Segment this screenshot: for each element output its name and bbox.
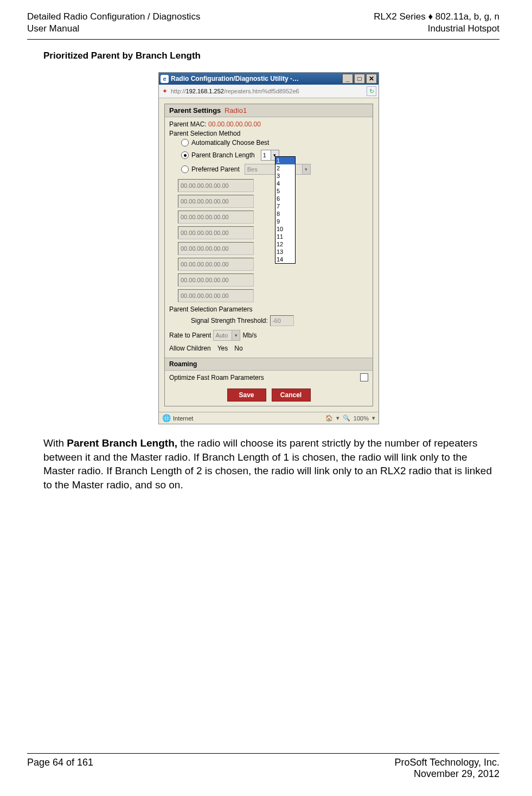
allow-no-label: No (234, 345, 242, 352)
radio-branch[interactable] (181, 151, 189, 159)
selection-params-label: Parent Selection Parameters (169, 305, 368, 313)
option-branch-label: Parent Branch Length (191, 151, 255, 159)
mac-input: 00.00.00.00.00.00 (178, 289, 254, 302)
allow-yes-label: Yes (217, 345, 228, 352)
rate-value: Auto (214, 332, 229, 339)
dropdown-option[interactable]: 12 (275, 240, 295, 248)
status-internet-label: Internet (173, 415, 193, 422)
dropdown-option[interactable]: 11 (275, 233, 295, 240)
body-bold: Parent Branch Length, (67, 437, 177, 449)
panel-title: Parent Settings (169, 106, 221, 114)
selection-method-label: Parent Selection Method (169, 130, 368, 137)
mac-input: 00.00.00.00.00.00 (178, 226, 254, 239)
dropdown-option[interactable]: 9 (275, 218, 295, 225)
radio-name: Radio1 (225, 106, 247, 114)
mac-input: 00.00.00.00.00.00 (178, 179, 254, 192)
parent-settings-panel: Parent Settings Radio1 Parent MAC: 00.00… (164, 104, 373, 406)
signal-threshold-label: Signal Strength Threshold: (191, 317, 268, 324)
rate-label: Rate to Parent (169, 332, 211, 339)
dropdown-option[interactable]: 4 (275, 180, 295, 187)
allow-children-row: Allow Children Yes No (169, 342, 368, 354)
body-paragraph: With Parent Branch Length, the radio wil… (43, 436, 494, 492)
roaming-body: Optimize Fast Roam Parameters (165, 371, 373, 384)
browser-window: e Radio Configuration/Diagnostic Utility… (158, 72, 379, 424)
rate-unit: Mb/s (242, 332, 257, 339)
signal-threshold-input[interactable]: -60 (270, 315, 294, 326)
parent-mac-row: Parent MAC: 00.00.00.00.00.00 (169, 120, 368, 128)
body-prefix: With (43, 437, 67, 449)
option-branch-row[interactable]: Parent Branch Length 1 ▾ (169, 148, 368, 162)
parent-mac-label: Parent MAC: (169, 120, 207, 128)
window-title: Radio Configuration/Diagnostic Utility -… (171, 75, 342, 82)
roaming-header: Roaming (165, 358, 373, 371)
dropdown-option[interactable]: 14 (275, 256, 295, 263)
rate-row: Rate to Parent Auto ▾ Mb/s (169, 328, 368, 342)
parent-mac-value: 00.00.00.00.00.00 (208, 120, 261, 128)
zoom-icon: 🔍 (343, 415, 350, 422)
dropdown-option[interactable]: 8 (275, 210, 295, 218)
dropdown-option[interactable]: 2 (275, 164, 295, 172)
branch-dropdown-list[interactable]: 1 2 3 4 5 6 7 8 9 10 11 12 13 14 (275, 156, 296, 264)
mac-input: 00.00.00.00.00.00 (178, 211, 254, 224)
mac-input: 00.00.00.00.00.00 (178, 258, 254, 271)
ie-icon: e (161, 75, 169, 83)
page-header: Detailed Radio Configuration / Diagnosti… (27, 11, 499, 40)
save-button[interactable]: Save (227, 389, 266, 402)
dropdown-option[interactable]: 13 (275, 248, 295, 256)
radio-preferred[interactable] (181, 165, 189, 173)
mac-input: 00.00.00.00.00.00 (178, 195, 254, 208)
rate-select[interactable]: Auto ▾ (213, 330, 240, 341)
branch-length-value: 1 (261, 152, 268, 158)
preferred-value: Bes (245, 166, 260, 173)
refresh-icon[interactable]: ↻ (367, 86, 376, 96)
dropdown-option[interactable]: 5 (275, 187, 295, 195)
cancel-button[interactable]: Cancel (272, 389, 311, 402)
option-auto-row[interactable]: Automatically Choose Best (169, 137, 368, 148)
dropdown-arrow-icon: ▾ (302, 164, 310, 174)
roaming-checkbox[interactable] (360, 373, 368, 381)
address-bar[interactable]: ✦ http://192.168.1.252/repeaters.htm%df5… (159, 85, 379, 98)
dropdown-option[interactable]: 10 (275, 225, 295, 233)
url-host: 192.168.1.252 (186, 88, 224, 94)
zoom-value: 100% (354, 415, 369, 422)
header-right-line1: RLX2 Series ♦ 802.11a, b, g, n (374, 11, 499, 23)
panel-header: Parent Settings Radio1 (165, 104, 373, 117)
zoom-control[interactable]: 🏠 ▾ 🔍 100% ▾ (325, 415, 375, 422)
globe-icon: 🌐 (162, 414, 171, 422)
url-path: /repeaters.htm%df5d8952e6 (224, 88, 299, 94)
roaming-option-label: Optimize Fast Roam Parameters (169, 374, 264, 381)
dropdown-option[interactable]: 1 (275, 157, 295, 164)
radio-auto[interactable] (181, 139, 189, 147)
header-left-line1: Detailed Radio Configuration / Diagnosti… (27, 11, 200, 23)
url-text: http://192.168.1.252/repeaters.htm%df5d8… (171, 88, 364, 94)
url-prefix: http:// (171, 88, 186, 94)
footer-left: Page 64 of 161 (27, 757, 93, 780)
favicon-icon: ✦ (161, 87, 169, 95)
header-left-line2: User Manual (27, 23, 200, 35)
option-preferred-label: Preferred Parent (191, 165, 240, 173)
close-button[interactable]: ✕ (366, 74, 377, 84)
dropdown-option[interactable]: 7 (275, 202, 295, 210)
minimize-button[interactable]: _ (342, 74, 353, 84)
status-bar: 🌐 Internet 🏠 ▾ 🔍 100% ▾ (159, 412, 379, 424)
button-row: Save Cancel (165, 384, 373, 406)
mac-input: 00.00.00.00.00.00 (178, 273, 254, 286)
header-right-line2: Industrial Hotspot (374, 23, 499, 35)
dropdown-option[interactable]: 3 (275, 172, 295, 180)
section-title: Prioritized Parent by Branch Length (43, 50, 494, 61)
dropdown-arrow-icon[interactable]: ▾ (232, 330, 240, 340)
footer-company: ProSoft Technology, Inc. (395, 757, 499, 768)
window-titlebar: e Radio Configuration/Diagnostic Utility… (159, 73, 379, 85)
security-icon: 🏠 (325, 415, 333, 422)
mac-input: 00.00.00.00.00.00 (178, 242, 254, 255)
option-preferred-row[interactable]: Preferred Parent Bes ▾ (169, 162, 368, 176)
page-footer: Page 64 of 161 ProSoft Technology, Inc. … (27, 753, 499, 780)
dropdown-option[interactable]: 6 (275, 195, 295, 202)
option-auto-label: Automatically Choose Best (191, 139, 269, 147)
allow-children-label: Allow Children (169, 345, 211, 352)
footer-date: November 29, 2012 (395, 768, 499, 780)
signal-threshold-row: Signal Strength Threshold: -60 (169, 313, 368, 328)
maximize-button[interactable]: □ (354, 74, 365, 84)
